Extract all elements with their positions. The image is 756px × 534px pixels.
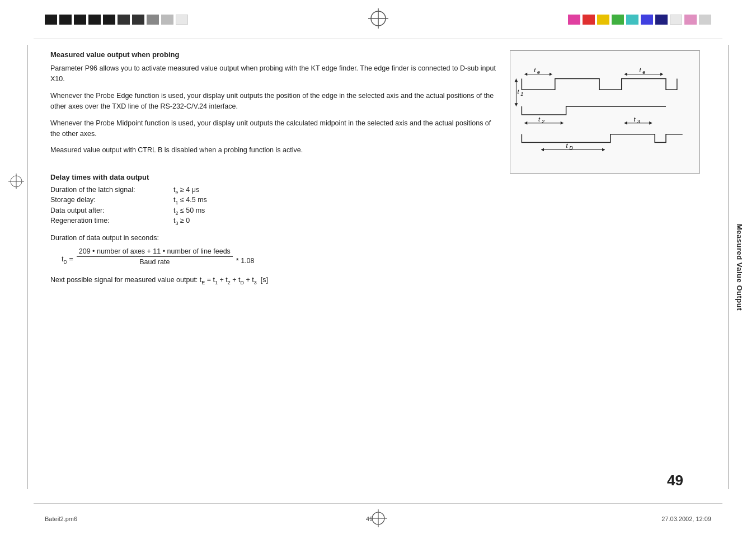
sidebar-left [0, 0, 34, 534]
color-block-r9 [684, 15, 697, 25]
row1-value: te ≥ 4 μs [173, 186, 263, 195]
section1-p1: Parameter P96 allows you to activate mea… [50, 63, 499, 85]
fraction-denominator: Baud rate [137, 257, 172, 266]
color-block-6 [118, 15, 130, 25]
color-block-4 [88, 15, 101, 25]
section2-heading: Delay times with data output [50, 173, 499, 181]
delay-table: Duration of the latch signal: te ≥ 4 μs … [50, 186, 499, 226]
row2-label: Storage delay: [50, 196, 162, 205]
color-block-9 [161, 15, 173, 25]
top-bar [34, 0, 722, 39]
color-block-r6 [641, 15, 653, 25]
content-area: Measured value output when probing Param… [34, 39, 722, 503]
section1-p4: Measured value output with CTRL B is dis… [50, 145, 499, 156]
color-block-8 [147, 15, 159, 25]
color-block-10 [176, 15, 188, 25]
top-bar-right-blocks [568, 15, 711, 25]
left-vertical-line [27, 45, 28, 489]
sidebar-right: Measured Value Output [722, 0, 756, 534]
footer-right: 27.03.2002, 12:09 [661, 516, 711, 522]
formula-box: tD = 209 • number of axes + 11 • number … [62, 247, 255, 266]
color-block-r2 [583, 15, 595, 25]
color-block-1 [45, 15, 57, 25]
color-block-r4 [612, 15, 624, 25]
left-column: Measured value output when probing Param… [50, 50, 499, 498]
color-block-r8 [670, 15, 682, 25]
formula-suffix: * 1.08 [236, 257, 255, 265]
row3-label: Data output after: [50, 207, 162, 216]
section2: Delay times with data output Duration of… [50, 173, 499, 285]
color-block-r1 [568, 15, 580, 25]
footer-center-registration [369, 509, 387, 528]
row3-value: t2 ≤ 50 ms [173, 207, 263, 216]
color-block-r7 [655, 15, 668, 25]
color-block-r3 [597, 15, 609, 25]
color-block-3 [74, 15, 86, 25]
rotated-label-wrapper [510, 50, 700, 174]
color-block-5 [103, 15, 115, 25]
row2-value: t1 ≤ 4.5 ms [173, 196, 263, 205]
row4-label: Regeneration time: [50, 217, 162, 226]
footer: Bateil2.pm6 49 27.03.2002, 12:09 [34, 503, 722, 534]
right-column: t e t e t 1 [510, 50, 711, 498]
color-block-r5 [626, 15, 638, 25]
section1-p3: Whenever the Probe Midpoint function is … [50, 118, 499, 140]
next-signal-text: Next possible signal for measured value … [50, 276, 499, 285]
formula-prefix: tD = [62, 255, 73, 265]
fraction-numerator: 209 • number of axes + 11 • number of li… [77, 247, 233, 257]
left-registration-mark [8, 174, 24, 191]
main-content: Measured value output when probing Param… [34, 0, 722, 534]
page: Measured value output when probing Param… [0, 0, 756, 534]
footer-left: Bateil2.pm6 [45, 516, 77, 522]
color-block-2 [59, 15, 72, 25]
row1-label: Duration of the latch signal: [50, 186, 162, 195]
section1-heading: Measured value output when probing [50, 50, 499, 59]
page-number: 49 [667, 472, 683, 489]
section1-p2: Whenever the Probe Edge function is used… [50, 91, 499, 113]
color-block-r10 [699, 15, 711, 25]
top-center-registration-mark [368, 8, 388, 30]
section1: Measured value output when probing Param… [50, 50, 499, 162]
rotated-sidebar-label: Measured Value Output [735, 224, 744, 311]
duration-label: Duration of data output in seconds: [50, 234, 499, 242]
formula-fraction: 209 • number of axes + 11 • number of li… [77, 247, 233, 266]
color-block-7 [132, 15, 144, 25]
top-bar-left-blocks [45, 15, 188, 25]
row4-value: t3 ≥ 0 [173, 217, 263, 226]
